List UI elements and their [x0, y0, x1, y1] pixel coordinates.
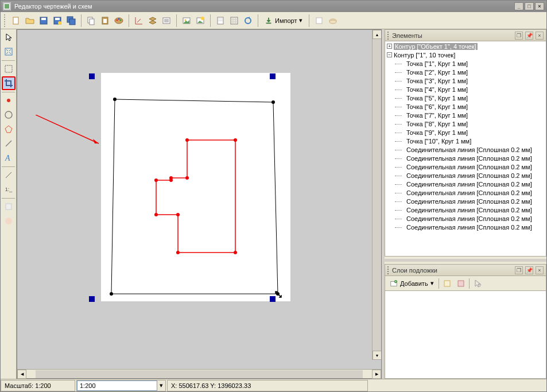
svg-text:+: + — [395, 280, 397, 283]
elements-panel-title: Элементы — [392, 32, 513, 39]
close-button[interactable]: × — [535, 2, 544, 10]
collapse-icon[interactable]: − — [387, 52, 392, 57]
refresh-button[interactable] — [242, 14, 254, 27]
tree-item[interactable]: Соединительная линия [Сплошная 0.2 мм] — [386, 205, 545, 214]
minimize-button[interactable]: _ — [514, 2, 523, 10]
tree-item[interactable]: Соединительная линия [Сплошная 0.2 мм] — [386, 188, 545, 197]
save-all-button[interactable] — [65, 14, 77, 27]
layer-btn-1[interactable] — [441, 278, 453, 289]
scroll-down-button[interactable]: ▼ — [373, 351, 381, 360]
dimension-tool[interactable]: 1:_ — [2, 183, 15, 196]
tree-item[interactable]: Соединительная линия [Сплошная 0.2 мм] — [386, 197, 545, 205]
point-tool[interactable] — [2, 94, 15, 107]
save-as-button[interactable] — [51, 14, 64, 27]
vertical-scrollbar[interactable]: ▲ ▼ — [372, 30, 381, 360]
tree-item[interactable]: Точка ["9", Круг 1 мм] — [386, 128, 545, 137]
crop-tool[interactable] — [2, 76, 15, 90]
horizontal-scrollbar[interactable]: ◀ ▶ — [17, 369, 381, 378]
document-button[interactable] — [214, 14, 227, 27]
svg-point-60 — [154, 178, 158, 182]
image-button[interactable] — [180, 14, 193, 27]
text-tool[interactable]: A — [2, 151, 15, 165]
pen-tool[interactable] — [2, 168, 15, 182]
tree-item[interactable]: Точка ["2", Круг 1 мм] — [386, 68, 545, 76]
scale-input[interactable] — [77, 381, 157, 391]
canvas-area: ▲ ▼ ◀ ▶ — [17, 29, 382, 379]
tree-item[interactable]: Соединительная линия [Сплошная 0.2 мм] — [386, 214, 545, 223]
pointer-tool[interactable] — [2, 30, 15, 44]
app-icon — [3, 2, 11, 10]
panel-close-button[interactable]: × — [536, 266, 544, 274]
svg-point-52 — [110, 292, 113, 296]
paste-button[interactable] — [99, 14, 111, 27]
panel-restore-button[interactable]: ❐ — [515, 266, 523, 274]
tree-item[interactable]: Точка ["8", Круг 1 мм] — [386, 119, 545, 128]
panel-pin-button[interactable]: 📌 — [525, 32, 533, 40]
add-layer-label: Добавить — [400, 280, 428, 287]
new-button[interactable] — [10, 14, 22, 27]
tree-item[interactable]: Точка ["1", Круг 1 мм] — [386, 59, 545, 68]
fit-tool[interactable] — [2, 45, 15, 59]
layers-list[interactable] — [385, 291, 546, 378]
scroll-left-button[interactable]: ◀ — [17, 370, 26, 379]
copy-button[interactable] — [85, 14, 98, 27]
panel-close-button[interactable]: × — [536, 32, 544, 40]
layer-cursor-button[interactable]: ? — [472, 278, 483, 289]
extra-button-1[interactable] — [313, 14, 325, 27]
palette-button[interactable] — [112, 14, 125, 27]
panel-grip[interactable] — [387, 32, 390, 40]
tree-item[interactable]: Точка ["4", Круг 1 мм] — [386, 85, 545, 94]
tree-item[interactable]: Соединительная линия [Сплошная 0.2 мм] — [386, 162, 545, 171]
tree-item[interactable]: Точка ["7", Круг 1 мм] — [386, 111, 545, 119]
blank-tool-2[interactable] — [2, 214, 15, 228]
svg-rect-35 — [266, 22, 271, 24]
selection-handle-se[interactable] — [270, 296, 276, 302]
blank-tool-1[interactable] — [2, 200, 15, 214]
scroll-right-button[interactable]: ▶ — [372, 370, 381, 379]
axes-button[interactable] — [133, 14, 145, 27]
tree-item[interactable]: Соединительная линия [Сплошная 0.2 мм] — [386, 154, 545, 162]
toolbar-grip[interactable] — [4, 14, 6, 27]
grid-button[interactable] — [228, 14, 240, 27]
tree-item[interactable]: Точка ["5", Круг 1 мм] — [386, 94, 545, 102]
circle-tool[interactable] — [2, 108, 15, 122]
tree-root-1[interactable]: + Контур ["Объект 1", 4 точек] — [386, 42, 545, 51]
tree-item[interactable]: Соединительная линия [Сплошная 0.2 мм] — [386, 223, 545, 231]
rect-select-tool[interactable] — [2, 62, 15, 76]
polygon-tool[interactable] — [2, 122, 15, 136]
expand-icon[interactable]: + — [387, 44, 392, 49]
elements-tree[interactable]: + Контур ["Объект 1", 4 точек] − Контур … — [385, 41, 546, 256]
layers-panel-title: Слои подложки — [392, 267, 513, 274]
selection-handle-sw[interactable] — [89, 296, 95, 302]
panel-restore-button[interactable]: ❐ — [515, 32, 523, 40]
layers-button[interactable] — [146, 14, 159, 27]
svg-line-45 — [6, 172, 11, 178]
tree-item[interactable]: Соединительная линия [Сплошная 0.2 мм] — [386, 171, 545, 180]
horizontal-splitter[interactable] — [385, 259, 546, 262]
extra-button-2[interactable] — [327, 14, 339, 27]
tree-item[interactable]: Соединительная линия [Сплошная 0.2 мм] — [386, 145, 545, 154]
canvas[interactable]: ▲ ▼ — [17, 30, 381, 369]
svg-point-16 — [118, 18, 120, 20]
tree-item[interactable]: Точка ["6", Круг 1 мм] — [386, 102, 545, 111]
maximize-button[interactable]: □ — [525, 2, 534, 10]
open-button[interactable] — [24, 14, 36, 27]
tree-root-2[interactable]: − Контур ["1", 10 точек] — [386, 51, 545, 59]
layer-btn-2[interactable] — [455, 278, 467, 289]
list-button[interactable] — [160, 14, 173, 27]
tree-item[interactable]: Соединительная линия [Сплошная 0.2 мм] — [386, 180, 545, 188]
add-layer-button[interactable]: + Добавить ▾ — [387, 278, 436, 289]
scroll-up-button[interactable]: ▲ — [373, 30, 381, 39]
selection-handle-ne[interactable] — [270, 73, 276, 79]
tree-item[interactable]: Точка ["3", Круг 1 мм] — [386, 76, 545, 85]
tree-item[interactable]: Точка ["10", Круг 1 мм] — [386, 137, 545, 145]
chevron-down-icon[interactable]: ▾ — [157, 382, 165, 389]
svg-point-58 — [176, 213, 180, 216]
line-tool[interactable] — [2, 137, 15, 150]
import-dropdown[interactable]: Импорт ▾ — [262, 14, 305, 27]
image-settings-button[interactable] — [194, 14, 207, 27]
selection-handle-nw[interactable] — [89, 73, 95, 79]
panel-pin-button[interactable]: 📌 — [525, 266, 533, 274]
panel-grip[interactable] — [387, 266, 390, 274]
save-button[interactable] — [37, 14, 50, 27]
